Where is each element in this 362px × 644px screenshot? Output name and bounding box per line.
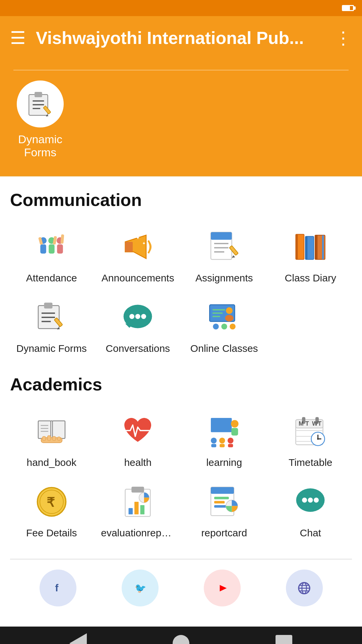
timetable-icon: M T W T	[290, 411, 330, 451]
svg-text:✦: ✦	[142, 241, 146, 246]
svg-rect-66	[57, 437, 60, 440]
hamburger-icon[interactable]: ☰	[10, 29, 26, 47]
dynamic-forms-icon	[32, 297, 72, 337]
twitter-button[interactable]: 🐦	[122, 570, 159, 606]
grid-item-evaluation-report[interactable]: evaluationrepo...	[97, 478, 180, 542]
svg-rect-63	[42, 436, 46, 441]
assignments-label: Assignments	[195, 272, 253, 284]
svg-text:M: M	[299, 420, 304, 427]
class-diary-label: Class Diary	[285, 272, 336, 284]
svg-text:W: W	[312, 420, 318, 427]
svg-point-107	[302, 498, 307, 503]
svg-rect-1	[35, 92, 42, 97]
communication-title: Communication	[10, 190, 352, 210]
timetable-label: Timetable	[289, 457, 333, 468]
featured-dynamic-forms-label: Dynamic Forms	[13, 133, 67, 159]
academics-section: Academics	[10, 374, 352, 542]
fee-details-label: Fee Details	[26, 527, 77, 539]
grid-item-learning[interactable]: learning	[183, 408, 266, 472]
dynamic-forms-featured-icon	[25, 89, 55, 119]
svg-point-51	[225, 315, 233, 322]
learning-label: learning	[206, 457, 242, 468]
svg-rect-103	[214, 501, 225, 504]
online-classes-icon	[204, 297, 244, 337]
announcements-label: Announcements	[102, 272, 174, 284]
home-button[interactable]	[169, 632, 193, 644]
chat-icon	[290, 482, 330, 522]
evaluation-report-icon	[118, 482, 158, 522]
grid-item-chat[interactable]: Chat	[269, 478, 352, 542]
communication-section: Communication	[10, 190, 352, 358]
svg-text:f: f	[55, 582, 59, 593]
svg-point-90	[317, 438, 319, 440]
status-bar	[0, 0, 362, 16]
recents-button[interactable]	[272, 632, 296, 644]
svg-rect-97	[134, 502, 139, 515]
svg-point-74	[228, 438, 234, 444]
fee-details-icon: ₹	[32, 482, 72, 522]
website-button[interactable]	[286, 570, 323, 606]
battery-icon	[342, 5, 354, 11]
svg-point-68	[231, 420, 239, 428]
svg-rect-35	[44, 303, 52, 309]
hand-book-icon	[32, 411, 72, 451]
dynamic-forms-label: Dynamic Forms	[16, 343, 87, 354]
academics-grid: hand_book health	[10, 408, 352, 542]
svg-point-54	[230, 324, 236, 330]
more-options-icon[interactable]: ⋮	[335, 28, 352, 48]
grid-item-attendance[interactable]: Attendance	[10, 223, 93, 287]
academics-title: Academics	[10, 374, 352, 394]
grid-item-class-diary[interactable]: Class Diary	[269, 223, 352, 287]
svg-rect-65	[52, 436, 56, 441]
svg-rect-73	[220, 444, 225, 447]
report-card-label: reportcard	[201, 527, 247, 539]
grid-item-fee-details[interactable]: ₹ Fee Details	[10, 478, 93, 542]
grid-item-timetable[interactable]: M T W T Timetable	[269, 408, 352, 472]
svg-point-70	[211, 438, 217, 444]
svg-point-53	[221, 324, 227, 330]
svg-rect-15	[60, 234, 64, 244]
svg-text:T: T	[305, 420, 309, 427]
svg-text:✦: ✦	[136, 235, 140, 240]
svg-text:₹: ₹	[47, 495, 55, 509]
conversations-icon	[118, 297, 158, 337]
svg-rect-21	[211, 232, 232, 240]
svg-point-52	[213, 324, 219, 330]
grid-item-online-classes[interactable]: Online Classes	[183, 294, 266, 358]
svg-rect-8	[40, 245, 46, 254]
youtube-button[interactable]	[204, 570, 241, 606]
grid-item-report-card[interactable]: reportcard	[183, 478, 266, 542]
svg-rect-75	[228, 444, 233, 447]
featured-dynamic-forms[interactable]: Dynamic Forms	[13, 80, 67, 159]
back-button[interactable]	[66, 632, 90, 644]
grid-item-dynamic-forms[interactable]: Dynamic Forms	[10, 294, 93, 358]
svg-rect-64	[47, 436, 51, 441]
svg-point-42	[129, 314, 134, 319]
grid-item-announcements[interactable]: ✦ ✦ Announcements	[97, 223, 180, 287]
svg-rect-98	[140, 505, 145, 515]
grid-item-assignments[interactable]: Assignments	[183, 223, 266, 287]
grid-item-conversations[interactable]: Conversations	[97, 294, 180, 358]
svg-point-43	[135, 314, 140, 319]
evaluation-report-label: evaluationrepo...	[101, 527, 175, 539]
health-icon	[118, 411, 158, 451]
main-content: Communication	[0, 176, 362, 627]
chat-label: Chat	[300, 527, 321, 539]
communication-grid: Attendance ✦ ✦	[10, 223, 352, 358]
app-title: Vishwajyothi International Pub...	[36, 28, 324, 48]
hand-book-label: hand_book	[27, 457, 76, 468]
announcements-icon: ✦ ✦	[118, 227, 158, 267]
svg-rect-28	[296, 234, 298, 260]
svg-point-108	[308, 498, 313, 503]
facebook-button[interactable]: f	[40, 570, 76, 606]
svg-rect-33	[322, 235, 324, 260]
svg-text:T: T	[318, 420, 322, 427]
svg-point-72	[219, 438, 225, 444]
feature-divider	[13, 70, 349, 70]
svg-rect-104	[214, 505, 227, 508]
grid-item-hand-book[interactable]: hand_book	[10, 408, 93, 472]
svg-rect-101	[211, 487, 234, 494]
grid-item-health[interactable]: health	[97, 408, 180, 472]
svg-rect-32	[315, 235, 318, 260]
svg-rect-17	[125, 242, 133, 252]
